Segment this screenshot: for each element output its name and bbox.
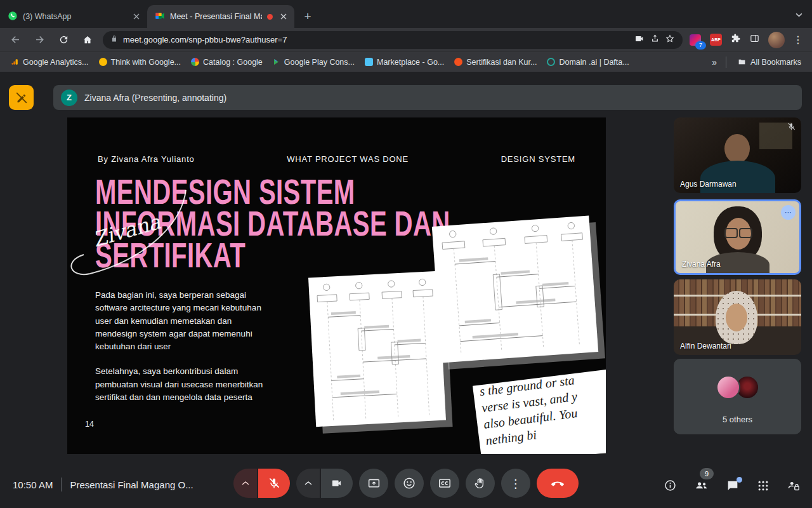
play-console-icon	[273, 58, 280, 66]
captions-button[interactable]	[430, 469, 459, 498]
home-icon[interactable]	[79, 31, 96, 49]
new-tab-button[interactable]: +	[298, 7, 317, 26]
slide-page-number: 14	[85, 420, 94, 429]
marketplace-icon	[365, 58, 373, 66]
chat-panel-button[interactable]	[726, 479, 740, 493]
slide-header-right: DESIGN SYSTEM	[501, 154, 575, 164]
participant-tile-zivana[interactable]: ⋯ Zivana Afra	[674, 199, 801, 275]
sequence-diagram-right	[432, 216, 598, 363]
profile-avatar[interactable]	[768, 32, 785, 48]
participant-name: Zivana Afra	[682, 260, 721, 269]
presenting-status-text: Zivana Afra (Presenting, annotating)	[84, 93, 226, 103]
participant-video	[724, 134, 750, 163]
kebab-icon: ⋮	[510, 476, 522, 490]
extension-icon[interactable]: 7	[689, 34, 702, 46]
slide-body-text: Pada bagian ini, saya berperan sebagai s…	[95, 289, 274, 416]
captions-icon	[438, 476, 452, 490]
divider	[61, 478, 62, 491]
tile-options-icon[interactable]: ⋯	[781, 205, 796, 220]
reload-icon[interactable]	[55, 31, 72, 49]
camera-button	[296, 469, 353, 498]
more-options-button[interactable]: ⋮	[501, 469, 530, 498]
share-icon[interactable]	[650, 34, 660, 46]
adblock-icon[interactable]: ABP	[710, 34, 722, 46]
bookmark-label: Domain .ai | Dafta...	[559, 58, 629, 67]
sertifikasi-icon	[454, 58, 462, 66]
side-panel-icon[interactable]	[749, 33, 760, 46]
forward-icon[interactable]	[30, 31, 48, 49]
presentation-video[interactable]: By Zivana Afra Yulianto WHAT PROJECT WAS…	[67, 117, 606, 454]
tab-strip: (3) WhatsApp Meet - Presentasi Final Ma.…	[0, 0, 812, 28]
bookmark-star-icon[interactable]	[665, 34, 675, 46]
bookmarks-divider	[726, 57, 726, 68]
all-bookmarks-button[interactable]: All Bookmarks	[733, 56, 806, 69]
bookmark-label: Marketplace - Go...	[377, 58, 444, 67]
bookmark-google-analytics[interactable]: Google Analytics...	[6, 56, 93, 69]
recording-indicator-icon	[267, 14, 273, 20]
presenting-banner: Z Zivana Afra (Presenting, annotating)	[53, 85, 802, 110]
clock-time: 10:50 AM	[13, 479, 53, 490]
tab-whatsapp[interactable]: (3) WhatsApp	[0, 5, 147, 28]
extensions-puzzle-icon[interactable]	[730, 33, 741, 46]
tab-close-icon[interactable]	[278, 11, 289, 22]
bookmarks-bar: Google Analytics... Think with Google...…	[0, 51, 812, 72]
think-google-icon	[99, 58, 107, 66]
mic-options-caret[interactable]	[233, 469, 257, 498]
back-icon[interactable]	[6, 31, 24, 49]
mic-toggle-button[interactable]	[258, 469, 290, 498]
tab-title: Meet - Presentasi Final Ma...	[170, 12, 262, 21]
activities-button[interactable]	[757, 479, 769, 492]
meeting-info: 10:50 AM Presentasi Final Magang O...	[13, 478, 193, 491]
call-controls: ⋮	[233, 469, 579, 498]
camera-toggle-button[interactable]	[321, 469, 353, 498]
tab-title: (3) WhatsApp	[23, 12, 126, 21]
all-bookmarks-label: All Bookmarks	[750, 58, 801, 67]
host-controls-button[interactable]	[787, 479, 801, 493]
bookmark-think-with-google[interactable]: Think with Google...	[95, 56, 185, 69]
participant-name: Alfin Dewantari	[680, 342, 731, 351]
camera-options-caret[interactable]	[296, 469, 320, 498]
whatsapp-favicon	[8, 11, 18, 23]
bookmark-catalog-google[interactable]: Catalog : Google	[187, 56, 267, 69]
slide-byline: By Zivana Afra Yulianto	[98, 154, 195, 164]
bookmark-marketplace[interactable]: Marketplace - Go...	[360, 56, 449, 69]
meet-favicon	[155, 11, 165, 23]
annotation-pen-icon	[15, 91, 29, 105]
people-panel-button[interactable]: 9	[694, 478, 709, 493]
camera-in-use-icon[interactable]	[634, 34, 645, 46]
participant-tile-alfin[interactable]: Alfin Dewantari	[674, 279, 801, 355]
participant-tile-agus[interactable]: Agus Darmawan	[674, 117, 801, 193]
raise-hand-button[interactable]	[466, 469, 495, 498]
tab-search-chevron-icon[interactable]	[795, 10, 803, 22]
presenter-avatar: Z	[61, 90, 77, 106]
bookmark-domain-ai[interactable]: Domain .ai | Dafta...	[542, 56, 633, 69]
address-bar[interactable]: meet.google.com/snp-pbbu-bwe?authuser=7	[103, 31, 683, 49]
tab-close-icon[interactable]	[131, 11, 142, 22]
emoji-icon	[402, 476, 416, 490]
host-lock-icon	[787, 479, 801, 493]
folder-icon	[737, 58, 747, 66]
bookmark-sertifikasi[interactable]: Sertifikasi dan Kur...	[450, 56, 541, 69]
bookmark-play-console[interactable]: Google Play Cons...	[268, 56, 359, 69]
meeting-title: Presentasi Final Magang O...	[70, 479, 193, 490]
reactions-button[interactable]	[395, 469, 424, 498]
annotation-button[interactable]	[9, 85, 34, 110]
people-icon	[694, 478, 709, 493]
tab-meet[interactable]: Meet - Presentasi Final Ma...	[147, 5, 294, 28]
present-button[interactable]	[359, 469, 388, 498]
domain-ai-icon	[547, 58, 555, 66]
chat-notification-dot	[737, 477, 742, 483]
info-icon	[664, 479, 677, 492]
present-screen-icon	[367, 477, 381, 490]
url-text: meet.google.com/snp-pbbu-bwe?authuser=7	[123, 35, 287, 44]
bookmarks-overflow-chevron[interactable]: »	[709, 57, 719, 67]
bookmark-label: Think with Google...	[111, 58, 181, 67]
browser-menu-icon[interactable]: ⋮	[793, 35, 803, 45]
browser-toolbar: meet.google.com/snp-pbbu-bwe?authuser=7 …	[0, 28, 812, 51]
slide-header-center: WHAT PROJECT WAS DONE	[287, 154, 409, 164]
end-call-button[interactable]	[537, 469, 579, 498]
participant-tile-others[interactable]: 5 others	[674, 359, 801, 434]
meeting-details-button[interactable]	[664, 479, 677, 492]
apps-grid-icon	[757, 479, 769, 492]
lock-icon	[110, 34, 118, 46]
